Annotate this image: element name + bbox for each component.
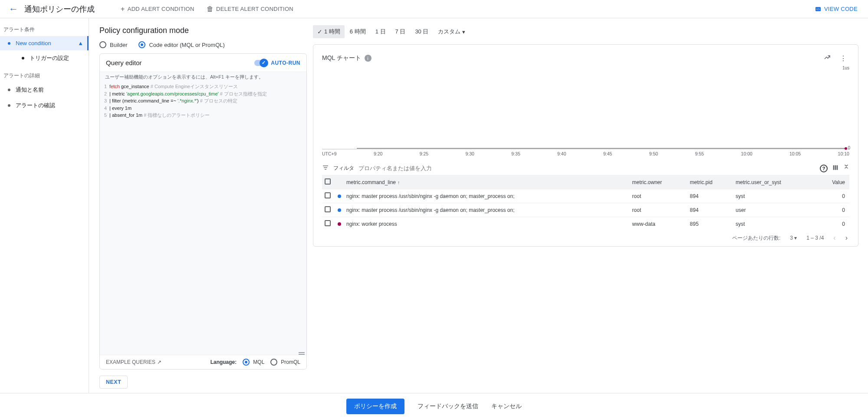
cell-pid: 894 (687, 189, 733, 203)
top-header: ← 通知ポリシーの作成 + ADD ALERT CONDITION 🗑 DELE… (0, 0, 868, 18)
checkbox[interactable] (325, 206, 331, 212)
bullet-icon (22, 57, 24, 59)
time-pill[interactable]: カスタム ▾ (434, 25, 470, 38)
column-header[interactable]: metric.user_or_syst (733, 175, 816, 189)
time-pill[interactable]: 30 日 (411, 25, 433, 38)
info-icon[interactable]: i (365, 55, 372, 62)
x-tick: 9:30 (466, 151, 474, 156)
filter-input[interactable] (358, 165, 454, 172)
radio-lang-mql[interactable]: MQL (243, 359, 264, 366)
radio-builder[interactable]: Builder (99, 41, 127, 48)
filter-label: フィルタ (333, 165, 354, 172)
cancel-button[interactable]: キャンセル (491, 403, 522, 410)
sidebar-item-notification-name[interactable]: 通知と名前 (0, 82, 89, 98)
create-policy-button[interactable]: ポリシーを作成 (346, 399, 404, 414)
view-code-button[interactable]: </> VIEW CODE (815, 6, 858, 13)
x-tick: 10:05 (789, 151, 801, 156)
rows-per-page-select[interactable]: 3 ▾ (790, 235, 797, 241)
delete-alert-condition-button[interactable]: 🗑 DELETE ALERT CONDITION (207, 5, 293, 13)
x-tick: 9:35 (511, 151, 520, 156)
sidebar-item-trigger-config[interactable]: トリガーの設定 (0, 50, 89, 66)
chevron-up-icon[interactable]: ▲ (78, 40, 83, 46)
time-pill[interactable]: 7 日 (391, 25, 410, 38)
pager-prev-icon[interactable]: ‹ (833, 234, 835, 242)
chart-column: ✓1 時間6 時間1 日7 日30 日カスタム ▾ MQL チャート i ⋮ 1… (310, 18, 868, 393)
data-table: metric.command_line↑metric.ownermetric.p… (322, 175, 849, 231)
add-alert-condition-button[interactable]: + ADD ALERT CONDITION (121, 5, 194, 13)
radio-icon (99, 41, 106, 48)
radio-lang-promql[interactable]: PromQL (270, 359, 300, 366)
time-pill[interactable]: ✓1 時間 (313, 25, 345, 38)
column-header[interactable]: metric.command_line↑ (344, 175, 630, 189)
autorun-toggle[interactable]: ✓ AUTO-RUN (254, 60, 300, 66)
back-arrow-icon[interactable]: ← (9, 3, 18, 15)
time-pill[interactable]: 1 日 (371, 25, 390, 38)
bullet-icon (8, 89, 10, 91)
svg-rect-5 (833, 165, 835, 170)
help-icon[interactable]: ? (820, 165, 828, 172)
time-pill-label: 1 日 (375, 28, 386, 36)
config-title: Policy configuration mode (99, 26, 307, 35)
checkbox[interactable] (325, 220, 331, 226)
cell-pid: 894 (687, 203, 733, 217)
columns-icon[interactable] (832, 164, 839, 172)
next-button[interactable]: NEXT (99, 376, 128, 389)
y-axis-zero: 0 (848, 145, 850, 150)
column-header[interactable]: metric.pid (687, 175, 733, 189)
sidebar-item-new-condition[interactable]: New condition ▲ (0, 36, 89, 50)
column-header[interactable]: Value (816, 175, 849, 189)
example-queries-link[interactable]: EXAMPLE QUERIES ↗ (106, 359, 161, 365)
code-line: 1fetch gce_instance # Compute Engineインスタ… (100, 83, 306, 90)
chart-title: MQL チャート (322, 54, 361, 62)
table-row[interactable]: nginx: master process /usr/sbin/nginx -g… (322, 203, 849, 217)
sidebar: アラート条件 New condition ▲ トリガーの設定 アラートの詳細 通… (0, 18, 89, 393)
collapse-icon[interactable] (843, 165, 849, 172)
filter-icon[interactable] (322, 164, 329, 172)
series-color-icon (338, 208, 341, 212)
x-axis: UTC+99:209:259:309:359:409:459:509:5510:… (322, 149, 849, 161)
pager-next-icon[interactable]: › (845, 234, 848, 242)
cell-command-line: nginx: master process /usr/sbin/nginx -g… (344, 203, 630, 217)
x-tick: 10:00 (741, 151, 752, 156)
x-tick: 9:20 (374, 151, 382, 156)
cell-user-or-syst: syst (733, 217, 816, 231)
sidebar-item-label: アラートの確認 (16, 102, 55, 109)
plus-icon: + (121, 5, 125, 13)
x-tick: 9:50 (649, 151, 658, 156)
cell-owner: root (630, 203, 687, 217)
add-alert-condition-label: ADD ALERT CONDITION (128, 6, 194, 12)
cell-owner: root (630, 189, 687, 203)
query-editor-card: Query editor ✓ AUTO-RUN ユーザー補助機能のオプションを表… (99, 53, 307, 370)
send-feedback-button[interactable]: フィードバックを送信 (418, 403, 478, 410)
language-label: Language: (210, 359, 237, 365)
rows-per-page-value: 3 (790, 235, 793, 241)
time-pill[interactable]: 6 時間 (345, 25, 370, 38)
radio-code-editor[interactable]: Code editor (MQL or PromQL) (138, 41, 224, 48)
table-row[interactable]: nginx: master process /usr/sbin/nginx -g… (322, 189, 849, 203)
chart-card: MQL チャート i ⋮ 1us 0 UTC+99:209:259:309:35… (313, 44, 858, 247)
sidebar-section-conditions: アラート条件 (0, 24, 89, 36)
table-pager: ページあたりの行数: 3 ▾ 1 – 3 /4 ‹ › (322, 231, 849, 243)
x-tick: 9:45 (603, 151, 612, 156)
code-icon: </> (815, 6, 822, 13)
x-tick: 10:10 (838, 151, 849, 156)
column-header[interactable]: metric.owner (630, 175, 687, 189)
svg-rect-4 (325, 169, 326, 169)
code-editor[interactable]: 1fetch gce_instance # Compute Engineインスタ… (100, 82, 306, 355)
radio-icon (270, 359, 277, 366)
radio-label: Code editor (MQL or PromQL) (149, 42, 224, 48)
svg-rect-2 (323, 165, 328, 166)
chart-point-icon (845, 147, 847, 150)
chart-plot[interactable]: 0 (322, 72, 849, 149)
cell-pid: 895 (687, 217, 733, 231)
share-icon[interactable] (821, 53, 834, 64)
checkbox[interactable] (325, 178, 331, 185)
sidebar-section-details: アラートの詳細 (0, 70, 89, 82)
checkbox[interactable] (325, 192, 331, 198)
table-row[interactable]: nginx: worker processwww-data895syst0 (322, 217, 849, 231)
more-vert-icon[interactable]: ⋮ (837, 53, 849, 63)
cell-user-or-syst: user (733, 203, 816, 217)
sidebar-item-alert-confirm[interactable]: アラートの確認 (0, 98, 89, 113)
sidebar-item-label: 通知と名前 (16, 86, 44, 94)
time-pill-label: カスタム (438, 28, 460, 36)
